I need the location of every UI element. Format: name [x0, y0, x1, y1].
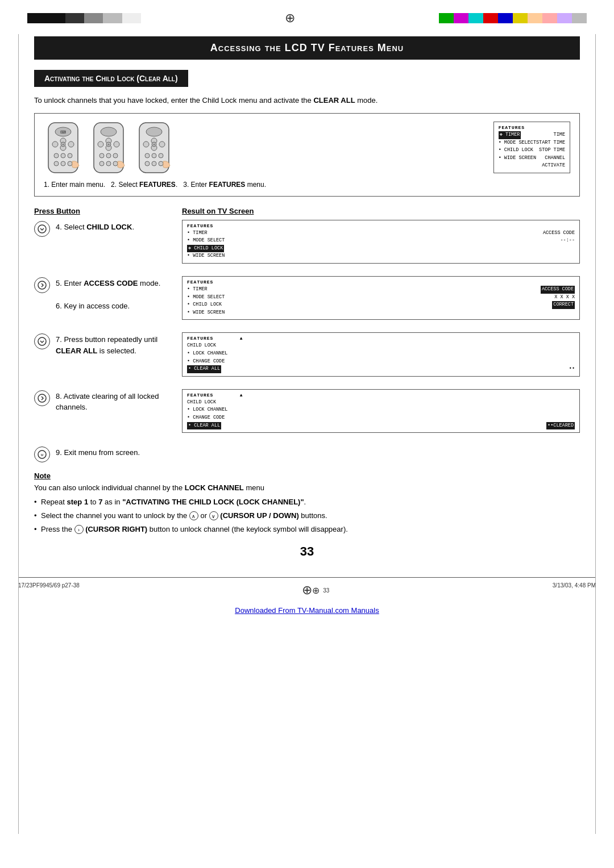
step-4-result: FEATURES • TIMER ACCESS CODE • MODE SELE… — [182, 220, 580, 264]
svg-text:+: + — [107, 143, 110, 147]
svg-point-11 — [68, 153, 72, 158]
fp-clr-lockchannel: • LOCK CHANNEL — [187, 406, 227, 414]
svg-text:+: + — [153, 143, 155, 147]
svg-point-26 — [99, 161, 104, 166]
menu-button-9[interactable]: M — [34, 446, 50, 462]
svg-point-25 — [113, 153, 118, 158]
fp-acc-row2: • MODE SELECT X X X X — [187, 294, 575, 302]
fp-cl-row1: • TIMER ACCESS CODE — [187, 229, 575, 237]
fp-acc-childlock: • CHILD LOCK — [187, 301, 222, 309]
cursor-down-icon: ∨ — [209, 511, 218, 520]
right-arrow-icon-8 — [38, 394, 47, 403]
fp-acc-title: FEATURES — [187, 279, 575, 285]
intro-text: To unlock channels that you have locked,… — [34, 95, 580, 106]
color-seg — [27, 13, 46, 23]
color-seg — [468, 13, 483, 23]
top-bar-area — [0, 0, 614, 31]
color-seg — [46, 13, 65, 23]
fp-acc-timer: • TIMER — [187, 286, 208, 294]
down-button-7[interactable] — [34, 333, 50, 349]
step-8-left: 8. Activate clearing of all locked chann… — [34, 389, 182, 413]
fp-acc-correct-hl: CORRECT — [552, 301, 575, 309]
note-bullet-1: Repeat step 1 to 7 as in "ACTIVATING THE… — [34, 496, 580, 508]
down-button-4[interactable] — [34, 221, 50, 237]
color-seg — [439, 13, 454, 23]
crosshair-icon — [282, 10, 298, 26]
fp-time: TIME — [554, 131, 565, 139]
down-arrow-icon-7 — [38, 337, 47, 346]
fp-child-lock: • CHILD LOCK — [499, 147, 533, 155]
color-seg — [572, 13, 587, 23]
step-7-result: FEATURES ▲ CHILD LOCK • LOCK CHANNEL • C… — [182, 332, 580, 376]
step-7-left: 7. Press button repeatedly until CLEAR A… — [34, 332, 182, 356]
fp-title-initial: FEATURES — [499, 125, 565, 130]
right-button-5[interactable] — [34, 277, 50, 293]
fp-ca-changecode: • CHANGE CODE — [187, 358, 225, 366]
note-bullet-3: Press the › (CURSOR RIGHT) button to unl… — [34, 524, 580, 536]
remotes-row: ⌨ + — [44, 122, 173, 174]
fp-activate: ACTIVATE — [542, 162, 565, 170]
svg-text:⌨: ⌨ — [60, 130, 66, 134]
color-seg — [528, 13, 542, 23]
fp-acc-row3: • CHILD LOCK CORRECT — [187, 301, 575, 309]
fp-clr-clearall-hl: • CLEAR ALL — [187, 422, 221, 430]
svg-text:+: + — [62, 143, 64, 147]
color-seg — [498, 13, 513, 23]
result-header: Result on TV Screen — [182, 207, 580, 215]
svg-point-9 — [54, 153, 59, 158]
download-link[interactable]: Downloaded From TV-Manual.com Manuals — [0, 603, 614, 618]
color-bar-left — [27, 13, 141, 23]
fp-wide-screen: • WIDE SCREEN — [499, 155, 536, 162]
fp-acc-row1: • TIMER ACCESS CODE — [187, 286, 575, 294]
step-9-text: 9. Exit menu from screen. — [56, 445, 140, 458]
svg-point-12 — [54, 161, 59, 166]
step-caption: 1. Enter main menu. 2. Select FEATURES. … — [44, 180, 570, 190]
features-panel-initial: FEATURES ❖ TIMER TIME • MODE SELECT STAR… — [493, 122, 570, 173]
svg-point-10 — [61, 153, 65, 158]
fp-clr-row3: • CLEAR ALL ••CLEARED — [187, 422, 575, 430]
fp-acc-xxxx: X X X X — [554, 294, 575, 302]
color-seg — [65, 13, 84, 23]
note-bold: LOCK CHANNEL — [185, 483, 244, 492]
page-number: 33 — [34, 544, 580, 559]
svg-text:M: M — [41, 453, 44, 457]
fp-acc-code-hl: ACCESS CODE — [541, 286, 575, 294]
right-button-8[interactable] — [34, 390, 50, 406]
bottom-bar: 17/23PF9945/69 p27-38 ⊕ 33 3/13/03, 4:48… — [18, 577, 596, 603]
step-row-5-6: 5. Enter ACCESS CODE mode. 6. Key in acc… — [34, 276, 580, 320]
color-seg — [542, 13, 557, 23]
features-panel-access: FEATURES • TIMER ACCESS CODE • MODE SELE… — [182, 276, 580, 320]
svg-point-39 — [159, 153, 163, 158]
page-title: Accessing the LCD TV Features Menu — [34, 36, 580, 60]
svg-point-44 — [38, 281, 46, 289]
svg-point-42 — [159, 161, 163, 166]
step-row-4: 4. Select CHILD LOCK. FEATURES • TIMER A… — [34, 220, 580, 264]
remote-2: + — [89, 122, 128, 174]
fp-ca-row2: • CHANGE CODE — [187, 358, 575, 366]
fp-clr-title: FEATURES ▲ — [187, 393, 575, 398]
color-seg — [483, 13, 498, 23]
note-text-part1: You can also unlock individual channel b… — [34, 483, 185, 492]
features-panel-cleared: FEATURES ▲ CHILD LOCK • LOCK CHANNEL • C… — [182, 389, 580, 433]
svg-point-38 — [152, 153, 156, 158]
menu-icon-9: M — [38, 450, 47, 459]
svg-point-33 — [159, 141, 165, 147]
fp-clr-row2: • CHANGE CODE — [187, 414, 575, 422]
fp-ca-lockchannel: • LOCK CHANNEL — [187, 350, 227, 358]
fp-ca-row3: • CLEAR ALL •• — [187, 365, 575, 373]
step-row-8: 8. Activate clearing of all locked chann… — [34, 389, 580, 433]
svg-point-16 — [101, 127, 117, 136]
download-anchor[interactable]: Downloaded From TV-Manual.com Manuals — [235, 606, 379, 615]
press-result-area: Press Button Result on TV Screen 4. Sele… — [34, 207, 580, 463]
step-9-left: M 9. Exit menu from screen. — [34, 445, 182, 462]
svg-point-28 — [113, 161, 118, 166]
fp-acc-wide: • WIDE SCREEN — [187, 309, 225, 317]
press-button-header: Press Button — [34, 207, 182, 215]
color-seg — [454, 13, 468, 23]
intro-text-part2: mode. — [357, 96, 377, 105]
step-5-left: 5. Enter ACCESS CODE mode. 6. Key in acc… — [34, 276, 182, 312]
note-title: Note — [34, 471, 580, 480]
color-seg — [103, 13, 122, 23]
fp-stop-time: STOP TIME — [539, 147, 565, 155]
fp-ca-dots: •• — [569, 365, 575, 373]
